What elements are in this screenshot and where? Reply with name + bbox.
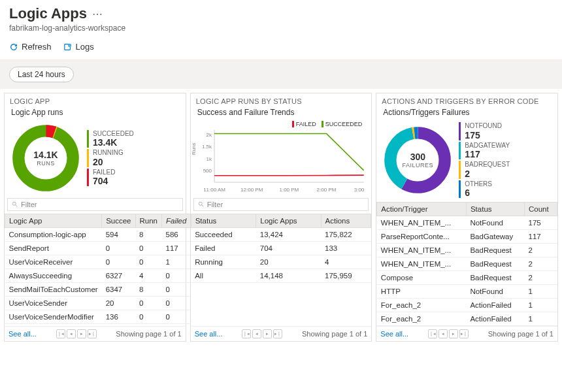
pager-prev[interactable]: ◂ — [438, 329, 448, 338]
svg-text:2k: 2k — [206, 132, 212, 138]
svg-text:12:00 PM: 12:00 PM — [240, 187, 263, 193]
more-menu-icon[interactable]: ⋯ — [92, 8, 103, 20]
svg-point-1 — [68, 43, 71, 46]
table-row[interactable]: AlwaysSucceeding632740 — [5, 269, 191, 283]
trend-chart: FAILED SUCCEEDED Runs 5001k1.5k2k11:00 A… — [196, 122, 367, 194]
table-row[interactable]: SendReport00117 — [5, 242, 191, 255]
table-row[interactable]: WHEN_AN_ITEM_...NotFound175 — [377, 216, 557, 230]
table-row[interactable]: UserVoiceSenderModifier13600 — [5, 310, 191, 324]
table-row[interactable]: HTTPNotFound1 — [377, 285, 557, 299]
table-row[interactable]: UserVoiceSender2000 — [5, 297, 191, 310]
refresh-button[interactable]: Refresh — [9, 42, 52, 52]
toolbar: Refresh Logs — [0, 35, 562, 60]
workspace-subtitle: fabrikam-log-analytics-workspace — [9, 24, 553, 33]
svg-text:3:00 PM: 3:00 PM — [354, 187, 366, 193]
refresh-icon — [9, 42, 18, 52]
svg-text:2:00 PM: 2:00 PM — [316, 187, 336, 193]
pager-last[interactable]: ▸❘ — [273, 329, 282, 338]
pager-next[interactable]: ▸ — [263, 329, 272, 338]
see-all-link[interactable]: See all... — [380, 330, 408, 338]
pager-next[interactable]: ▸ — [77, 329, 86, 338]
table-row[interactable]: Failed704133 — [191, 242, 371, 255]
logic-app-table: Logic AppSucceeRunnFailed Consumption-lo… — [5, 214, 191, 324]
panel-error-codes: ACTIONS AND TRIGGERS BY ERROR CODE Actio… — [376, 93, 558, 342]
svg-text:11:00 AM: 11:00 AM — [203, 187, 225, 193]
page-header: Logic Apps ⋯ fabrikam-log-analytics-work… — [0, 0, 562, 35]
svg-text:1.5k: 1.5k — [202, 144, 212, 150]
table-row[interactable]: All14,148175,959 — [191, 269, 371, 283]
svg-text:500: 500 — [203, 168, 212, 174]
pager: ❘◂ ◂ ▸ ▸❘ — [56, 329, 97, 338]
page-title: Logic Apps — [9, 5, 87, 22]
table-row[interactable]: Consumption-logic-app5948586 — [5, 228, 191, 242]
table-row[interactable]: SendMailToEachCustomer634780 — [5, 283, 191, 297]
table-row[interactable]: Running204 — [191, 255, 371, 269]
pager-first[interactable]: ❘◂ — [428, 329, 437, 338]
timerange-pill[interactable]: Last 24 hours — [9, 67, 74, 82]
runs-legend: SUCCEEDED13.4KRUNNING20FAILED704 — [87, 130, 134, 187]
filter-input[interactable]: Filter — [7, 198, 183, 211]
pager-prev[interactable]: ◂ — [252, 329, 261, 338]
pager-last[interactable]: ▸❘ — [88, 329, 97, 338]
filter-input[interactable]: Filter — [193, 198, 369, 211]
pager-first[interactable]: ❘◂ — [242, 329, 251, 338]
pager-first[interactable]: ❘◂ — [56, 329, 65, 338]
search-icon — [12, 201, 18, 208]
svg-point-17 — [199, 202, 202, 205]
table-row[interactable]: For_each_2ActionFailed1 — [377, 312, 557, 326]
logs-button[interactable]: Logs — [63, 42, 94, 52]
see-all-link[interactable]: See all... — [8, 330, 37, 338]
see-all-link[interactable]: See all... — [195, 330, 223, 338]
table-row[interactable]: ParseReportConte...BadGateway117 — [377, 230, 557, 244]
status-table: StatusLogic AppsActions Succeeded13,4241… — [191, 214, 372, 283]
logs-icon — [63, 42, 73, 52]
error-table: Action/TriggerStatusCount WHEN_AN_ITEM_.… — [376, 202, 557, 326]
table-row[interactable]: UserVoiceReceiver001 — [5, 255, 191, 269]
table-row[interactable]: Succeeded13,424175,822 — [191, 228, 371, 242]
table-row[interactable]: WHEN_AN_ITEM_...BadRequest2 — [377, 257, 557, 271]
failures-donut: 300 FAILURES — [382, 124, 454, 196]
table-row[interactable]: ComposeBadRequest2 — [377, 271, 557, 285]
pager-last[interactable]: ▸❘ — [459, 329, 469, 338]
pager-prev[interactable]: ◂ — [67, 329, 76, 338]
table-row[interactable]: WHEN_AN_ITEM_...BadRequest2 — [377, 244, 557, 257]
pager-next[interactable]: ▸ — [449, 329, 458, 338]
runs-donut: 14.1K RUNS — [10, 122, 82, 194]
svg-point-5 — [12, 202, 16, 205]
panel-runs-by-status: LOGIC APP RUNS BY STATUS Success and Fai… — [190, 93, 372, 342]
panel-logic-app: LOGIC APP Logic App runs 14.1K RUNS SUCC… — [4, 93, 186, 342]
search-icon — [198, 201, 205, 208]
svg-text:1:00 PM: 1:00 PM — [279, 187, 299, 193]
svg-text:1k: 1k — [206, 156, 212, 162]
filter-bar: Last 24 hours — [0, 60, 562, 89]
table-row[interactable]: For_each_2ActionFailed1 — [377, 299, 557, 312]
failures-legend: NOTFOUND175BADGATEWAY117BADREQUEST2OTHER… — [459, 122, 510, 198]
